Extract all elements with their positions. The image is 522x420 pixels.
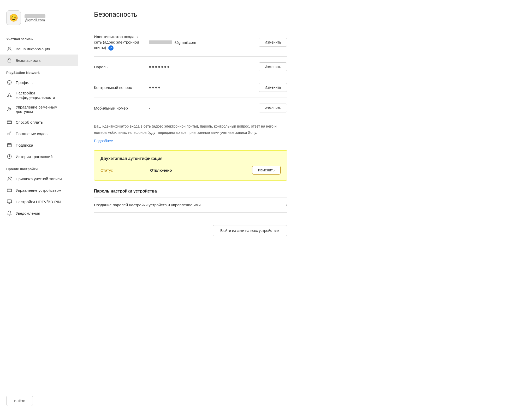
profile-section: 😊 @gmail.com	[0, 8, 78, 32]
more-link[interactable]: Подробнее	[94, 139, 113, 143]
change-security-question-button[interactable]: Изменить	[259, 83, 287, 92]
link-account-icon	[6, 176, 13, 182]
sidebar-item-label: Подписка	[16, 143, 33, 147]
svg-point-2	[8, 81, 11, 85]
privacy-icon	[6, 92, 13, 98]
security-question-label: Контрольный вопрос	[94, 85, 146, 90]
device-password-row[interactable]: Создание паролей настройки устройств и у…	[94, 197, 287, 213]
sidebar-item-label: Управление устройством	[16, 188, 61, 193]
svg-point-0	[9, 47, 10, 49]
sidebar-item-link-account[interactable]: Привязка учетной записи	[0, 173, 78, 184]
svg-rect-15	[7, 189, 12, 192]
svg-point-6	[8, 96, 8, 97]
change-mobile-button[interactable]: Изменить	[259, 104, 287, 112]
email-domain: @gmail.com	[174, 40, 196, 45]
main-content: Безопасность Идентификатор входа в сеть …	[78, 0, 303, 420]
sidebar-item-notifications[interactable]: Уведомления	[0, 207, 78, 219]
svg-rect-10	[7, 121, 12, 124]
two-factor-title: Двухэтапная аутентификация	[100, 156, 281, 161]
bell-icon	[6, 210, 13, 216]
smile-icon	[6, 79, 13, 86]
account-section-label: Учетная запись	[0, 32, 78, 43]
sidebar-item-subscription[interactable]: Подписка	[0, 139, 78, 151]
mobile-dash: -	[149, 106, 150, 110]
svg-point-9	[10, 108, 11, 109]
sidebar-item-label: Безопасность	[16, 58, 41, 63]
sidebar-item-label: Настройки конфиденциальности	[16, 91, 72, 100]
sidebar-item-privacy[interactable]: Настройки конфиденциальности	[0, 88, 78, 102]
svg-point-4	[10, 82, 10, 82]
help-icon[interactable]: ?	[108, 45, 114, 51]
key-icon	[6, 130, 13, 137]
sidebar-item-label: История транзакций	[16, 154, 52, 159]
logout-button[interactable]: Выйти	[6, 396, 33, 406]
svg-rect-16	[7, 200, 12, 203]
sidebar-item-label: Настройки HDTV/BD PIN	[16, 200, 61, 204]
login-id-row: Идентификатор входа в сеть (адрес электр…	[94, 28, 287, 56]
security-question-value: ●●●●	[149, 85, 256, 90]
two-factor-status-value: Отключено	[150, 168, 250, 172]
security-question-dots: ●●●●	[149, 85, 161, 90]
password-label: Пароль	[94, 64, 146, 70]
avatar-icon: 😊	[9, 14, 18, 22]
security-question-row: Контрольный вопрос ●●●● Изменить	[94, 77, 287, 98]
two-factor-section: Двухэтапная аутентификация Статус Отключ…	[94, 150, 287, 181]
sidebar-item-label: Управление семейным доступом	[16, 105, 72, 114]
sidebar-item-label: Способ оплаты	[16, 120, 44, 124]
sidebar-item-security[interactable]: Безопасность	[0, 55, 78, 66]
sidebar-item-profile[interactable]: Профиль	[0, 77, 78, 88]
mobile-row: Мобильный номер - Изменить	[94, 98, 287, 118]
email-blurred	[149, 40, 172, 44]
svg-rect-12	[8, 143, 11, 147]
sidebar-item-label: Уведомления	[16, 211, 40, 215]
svg-point-8	[8, 107, 9, 109]
username-blurred	[25, 14, 45, 18]
svg-point-7	[10, 96, 11, 97]
sidebar-item-label: Привязка учетной записи	[16, 177, 62, 181]
svg-point-14	[9, 177, 10, 179]
page-title: Безопасность	[94, 10, 287, 19]
signout-all-button[interactable]: Выйти из сети на всех устройствах	[213, 225, 287, 236]
two-factor-status-label: Статус	[100, 168, 147, 172]
sidebar-item-label: Ваша информация	[16, 47, 50, 51]
change-two-factor-button[interactable]: Изменить	[252, 166, 281, 175]
subscription-icon	[6, 142, 13, 148]
mobile-value: -	[149, 106, 256, 110]
sidebar-footer: Выйти	[0, 389, 78, 412]
other-section-label: Прочие настройки	[0, 162, 78, 173]
sidebar-item-your-info[interactable]: Ваша информация	[0, 43, 78, 55]
sidebar-item-label: Погашение кодов	[16, 131, 48, 136]
two-factor-row: Статус Отключено Изменить	[100, 166, 281, 175]
psn-section-label: PlayStation Network	[0, 66, 78, 77]
password-row: Пароль ●●●●●●● Изменить	[94, 56, 287, 77]
sidebar-item-history[interactable]: История транзакций	[0, 151, 78, 162]
sidebar-item-hdtv[interactable]: Настройки HDTV/BD PIN	[0, 196, 78, 207]
card-icon	[6, 119, 13, 125]
sidebar-item-family[interactable]: Управление семейным доступом	[0, 102, 78, 116]
person-icon	[6, 46, 13, 52]
monitor-icon	[6, 199, 13, 205]
family-icon	[6, 106, 13, 112]
lock-icon	[6, 57, 13, 63]
sidebar-item-payment[interactable]: Способ оплаты	[0, 116, 78, 128]
login-id-value: @gmail.com	[149, 40, 256, 45]
sidebar-item-label: Профиль	[16, 80, 33, 85]
password-dots: ●●●●●●●	[149, 64, 170, 69]
change-login-id-button[interactable]: Изменить	[259, 38, 287, 47]
device-password-description: Создание паролей настройки устройств и у…	[94, 203, 286, 207]
login-id-label: Идентификатор входа в сеть (адрес электр…	[94, 34, 146, 51]
history-icon	[6, 153, 13, 160]
device-password-title: Пароль настройки устройства	[94, 189, 287, 194]
mobile-label: Мобильный номер	[94, 105, 146, 111]
info-text: Ваш идентификатор входа в сеть (адрес эл…	[94, 123, 287, 136]
svg-point-3	[9, 82, 9, 82]
sidebar: 😊 @gmail.com Учетная запись Ваша информа…	[0, 0, 78, 420]
avatar: 😊	[6, 10, 21, 25]
device-icon	[6, 187, 13, 193]
svg-rect-1	[8, 60, 11, 62]
sidebar-item-redeem[interactable]: Погашение кодов	[0, 128, 78, 139]
sidebar-email: @gmail.com	[25, 18, 45, 22]
change-password-button[interactable]: Изменить	[259, 62, 287, 71]
sidebar-item-device-management[interactable]: Управление устройством	[0, 184, 78, 196]
svg-point-11	[8, 133, 9, 135]
